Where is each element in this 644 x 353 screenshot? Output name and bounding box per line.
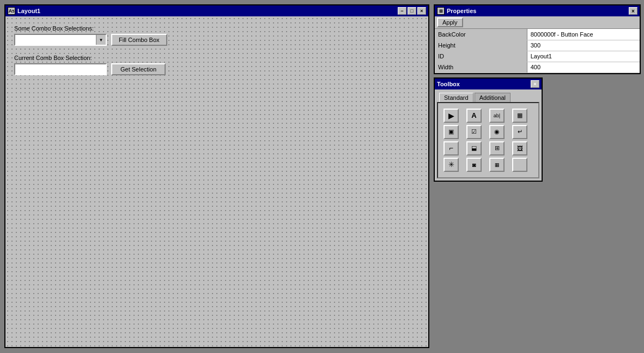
table-row: BackColor 8000000f - Button Face: [435, 29, 640, 40]
dropdown-arrow-icon: ▼: [99, 38, 104, 43]
title-bar-controls: − □ ×: [398, 7, 426, 15]
tool-shape[interactable]: ⬓: [466, 141, 482, 155]
toolbox-close-button[interactable]: ×: [531, 80, 539, 88]
properties-window: ⊞ Properties × Apply BackColor 8000000f …: [434, 4, 641, 74]
toolbox-grid: ▶ A ab| ▦ ▣ ☑ ◉ ↵ ⌐ ⬓ ⊞ 🖼 ✳ ◙ ▦: [440, 105, 536, 175]
properties-title: Properties: [447, 8, 476, 14]
layout-window: A5 Layout1 − □ × Some Combo Box Selectio…: [4, 4, 429, 348]
toolbox-content: Standard Additional ▶ A ab| ▦ ▣ ☑ ◉ ↵ ⌐ …: [435, 89, 542, 181]
combo-arrow[interactable]: ▼: [96, 35, 106, 45]
tool-label[interactable]: A: [466, 109, 482, 123]
tab-standard[interactable]: Standard: [439, 93, 473, 102]
combo-row: ▼ Fill Combo Box: [14, 34, 420, 46]
properties-table: BackColor 8000000f - Button Face Height …: [435, 29, 640, 73]
layout-content: Some Combo Box Selections: ▼ Fill Combo …: [5, 16, 428, 347]
right-panels: ⊞ Properties × Apply BackColor 8000000f …: [434, 4, 641, 349]
minimize-button[interactable]: −: [398, 7, 406, 15]
app-icon: A5: [8, 7, 15, 15]
current-group: Current Comb Box Selection: Get Selectio…: [14, 55, 420, 75]
toolbox-controls: ×: [531, 80, 539, 88]
toolbox-window: Toolbox × Standard Additional ▶ A ab| ▦ …: [434, 77, 543, 182]
toolbox-title-left: Toolbox: [437, 81, 460, 87]
tool-spinbox[interactable]: ⊞: [489, 141, 505, 155]
current-row: Get Selection: [14, 63, 420, 75]
props-title-left: ⊞ Properties: [437, 7, 476, 15]
tool-radio[interactable]: ◉: [489, 125, 505, 139]
tool-dbgrid[interactable]: ▦: [489, 158, 505, 172]
tool-timer[interactable]: ✳: [443, 158, 459, 172]
tool-grid[interactable]: ▦: [512, 109, 527, 123]
layout-inner: Some Combo Box Selections: ▼ Fill Combo …: [5, 16, 428, 347]
selection-textbox[interactable]: [14, 63, 107, 75]
tool-line[interactable]: ⌐: [443, 141, 459, 155]
props-icon: ⊞: [437, 7, 445, 15]
props-controls: ×: [629, 7, 637, 15]
props-toolbar: Apply: [435, 16, 640, 29]
table-row: Height 300: [435, 40, 640, 51]
table-row: Width 400: [435, 62, 640, 73]
tool-frame[interactable]: ▣: [443, 125, 459, 139]
title-bar-left: A5 Layout1: [8, 7, 40, 15]
props-window-content: Apply BackColor 8000000f - Button Face H…: [435, 16, 640, 73]
prop-value-backcolor[interactable]: 8000000f - Button Face: [527, 29, 640, 40]
tool-checkbox[interactable]: ☑: [466, 125, 482, 139]
combo-label: Some Combo Box Selections:: [14, 25, 420, 32]
layout-title: Layout1: [17, 8, 40, 14]
maximize-button[interactable]: □: [408, 7, 416, 15]
get-selection-button[interactable]: Get Selection: [111, 63, 166, 75]
prop-value-id[interactable]: Layout1: [527, 51, 640, 62]
tool-empty: [512, 158, 527, 172]
prop-name-width: Width: [435, 62, 527, 73]
close-button[interactable]: ×: [417, 7, 426, 15]
prop-name-id: ID: [435, 51, 527, 62]
toolbox-title: Toolbox: [437, 81, 460, 87]
prop-name-backcolor: BackColor: [435, 29, 527, 40]
apply-button[interactable]: Apply: [437, 17, 463, 27]
tool-listbox[interactable]: ↵: [512, 125, 527, 139]
combo-box[interactable]: ▼: [14, 34, 107, 46]
prop-value-height[interactable]: 300: [527, 40, 640, 51]
current-label: Current Comb Box Selection:: [14, 55, 420, 61]
table-row: ID Layout1: [435, 51, 640, 62]
properties-title-bar: ⊞ Properties ×: [435, 5, 640, 16]
toolbox-tools-area: ▶ A ab| ▦ ▣ ☑ ◉ ↵ ⌐ ⬓ ⊞ 🖼 ✳ ◙ ▦: [437, 102, 539, 178]
prop-value-width[interactable]: 400: [527, 62, 640, 73]
toolbox-tabs: Standard Additional: [437, 92, 539, 102]
tool-textbox[interactable]: ab|: [489, 109, 505, 123]
tab-additional[interactable]: Additional: [475, 93, 511, 102]
layout-title-bar: A5 Layout1 − □ ×: [5, 5, 428, 16]
tool-ole[interactable]: ◙: [466, 158, 482, 172]
tool-image[interactable]: 🖼: [512, 141, 527, 155]
toolbox-title-bar: Toolbox ×: [435, 79, 542, 89]
fill-combo-button[interactable]: Fill Combo Box: [111, 34, 167, 46]
tool-pointer[interactable]: ▶: [443, 109, 459, 123]
props-content: BackColor 8000000f - Button Face Height …: [435, 29, 640, 73]
prop-name-height: Height: [435, 40, 527, 51]
combo-group: Some Combo Box Selections: ▼ Fill Combo …: [14, 25, 420, 46]
props-close-button[interactable]: ×: [629, 7, 637, 15]
